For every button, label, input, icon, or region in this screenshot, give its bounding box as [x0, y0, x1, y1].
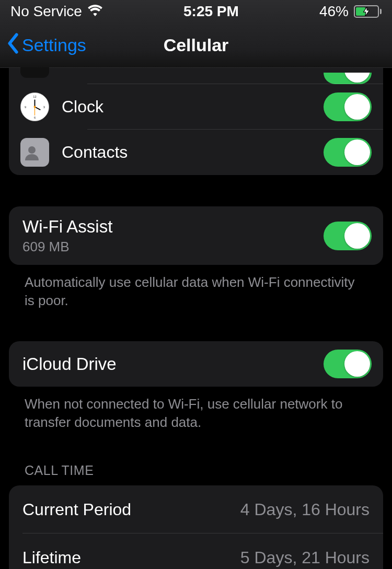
clock-icon: 12 3 6 9: [20, 92, 49, 121]
call-time-lifetime-value: 5 Days, 21 Hours: [240, 548, 370, 567]
contacts-icon: [20, 138, 49, 167]
icloud-drive-title: iCloud Drive: [22, 354, 324, 374]
svg-text:3: 3: [43, 106, 45, 109]
toggle-clock[interactable]: [324, 92, 372, 121]
wifi-assist-footer: Automatically use cellular data when Wi-…: [9, 265, 383, 310]
toggle-contacts[interactable]: [324, 138, 372, 167]
battery-icon: [354, 5, 382, 18]
chevron-left-icon: [6, 33, 20, 58]
app-label-contacts: Contacts: [62, 143, 324, 162]
back-label: Settings: [22, 35, 86, 55]
app-row-contacts[interactable]: Contacts: [9, 130, 383, 175]
call-time-header: CALL TIME: [9, 463, 383, 485]
call-time-current-value: 4 Days, 16 Hours: [240, 500, 370, 519]
toggle-wifi-assist[interactable]: [324, 222, 372, 250]
carrier-text: No Service: [10, 3, 82, 20]
app-icon-partial: [20, 67, 49, 78]
app-row-clock[interactable]: 12 3 6 9 Clock: [9, 84, 383, 130]
wifi-assist-usage: 609 MB: [22, 239, 324, 255]
toggle-partial[interactable]: [324, 73, 372, 84]
call-time-lifetime-row: Lifetime 5 Days, 21 Hours: [9, 533, 383, 569]
icloud-drive-row[interactable]: iCloud Drive: [9, 341, 383, 387]
app-label-clock: Clock: [62, 97, 324, 117]
app-row-partial[interactable]: [9, 67, 383, 84]
call-time-lifetime-label: Lifetime: [22, 548, 240, 567]
wifi-icon: [87, 3, 103, 20]
wifi-assist-row[interactable]: Wi-Fi Assist 609 MB: [9, 206, 383, 265]
icloud-drive-group: iCloud Drive: [9, 341, 383, 387]
svg-text:6: 6: [34, 116, 36, 119]
app-list-group: 12 3 6 9 Clock: [9, 67, 383, 175]
page-title: Cellular: [164, 35, 229, 55]
call-time-current-row: Current Period 4 Days, 16 Hours: [9, 485, 383, 533]
svg-text:12: 12: [33, 95, 36, 98]
icloud-drive-footer: When not connected to Wi-Fi, use cellula…: [9, 387, 383, 432]
wifi-assist-group: Wi-Fi Assist 609 MB: [9, 206, 383, 265]
status-bar: No Service 5:25 PM 46%: [0, 0, 392, 23]
nav-bar: Settings Cellular: [0, 23, 392, 68]
back-button[interactable]: Settings: [0, 33, 86, 58]
toggle-icloud-drive[interactable]: [324, 350, 372, 378]
svg-point-7: [34, 106, 36, 108]
call-time-current-label: Current Period: [22, 500, 240, 519]
status-time: 5:25 PM: [183, 3, 239, 20]
svg-point-8: [28, 146, 36, 154]
wifi-assist-title: Wi-Fi Assist: [22, 217, 324, 237]
call-time-group: Current Period 4 Days, 16 Hours Lifetime…: [9, 485, 383, 569]
battery-percent: 46%: [319, 3, 349, 20]
svg-text:9: 9: [25, 106, 26, 109]
